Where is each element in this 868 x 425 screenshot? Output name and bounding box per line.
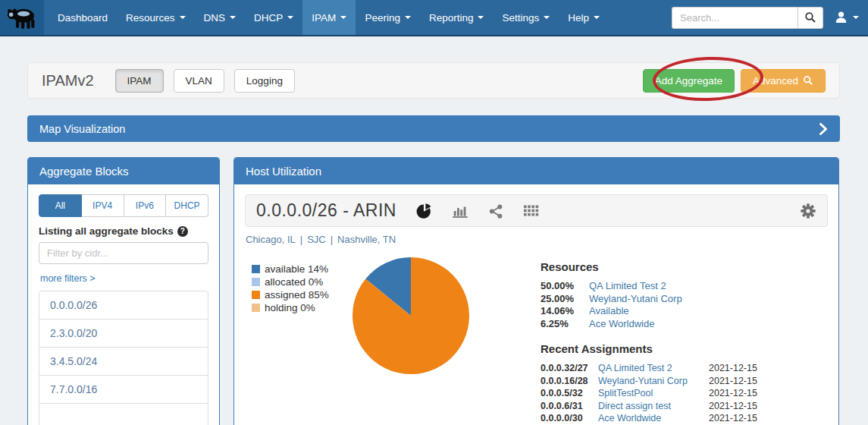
chevron-down-icon bbox=[478, 16, 484, 19]
nav-item[interactable]: Dashboard bbox=[49, 0, 117, 35]
resource-percent: 6.25% bbox=[541, 318, 583, 331]
aggregate-block-item[interactable]: 2.3.0.0/20 bbox=[39, 319, 208, 347]
assignment-row: 0.0.0.0/30 Ace Worldwide 2021-12-15 bbox=[541, 412, 768, 425]
resource-row: 6.25% Ace Worldwide bbox=[541, 318, 768, 331]
location-links: | Chicago, IL | SJC | Nashville, TN bbox=[246, 234, 828, 245]
location-link[interactable]: Nashville, TN bbox=[337, 234, 396, 245]
aggregate-type-tab[interactable]: DHCP bbox=[166, 194, 208, 217]
chevron-down-icon bbox=[230, 16, 236, 19]
add-aggregate-button[interactable]: Add Aggregate bbox=[643, 69, 735, 93]
nav-item[interactable]: Resources bbox=[117, 0, 195, 35]
resource-link[interactable]: Available bbox=[589, 305, 768, 318]
search-input[interactable] bbox=[672, 7, 797, 29]
advanced-search-button[interactable]: Advanced bbox=[741, 69, 826, 93]
nav-item[interactable]: Settings bbox=[493, 0, 559, 35]
resource-link[interactable]: Weyland-Yutani Corp bbox=[589, 293, 768, 306]
nav-item-label: IPAM bbox=[312, 12, 336, 24]
user-icon bbox=[834, 11, 848, 24]
aggregate-type-tab[interactable]: IPv6 bbox=[124, 194, 167, 217]
chevron-down-icon bbox=[340, 16, 346, 19]
chevron-down-icon bbox=[287, 16, 293, 19]
aggregate-type-tab[interactable]: IPV4 bbox=[82, 194, 124, 217]
host-utilization-header: Host Utilization bbox=[234, 158, 838, 184]
settings-gear-button[interactable] bbox=[800, 203, 816, 219]
recent-assignments-title: Recent Assignments bbox=[541, 342, 768, 355]
resource-link[interactable]: Ace Worldwide bbox=[589, 318, 768, 331]
chevron-down-icon bbox=[594, 16, 600, 19]
gear-icon bbox=[800, 203, 816, 219]
assignment-link[interactable]: Ace Worldwide bbox=[598, 412, 704, 425]
location-link[interactable]: SJC bbox=[307, 234, 326, 245]
block-title: 0.0.0.0/26 - ARIN bbox=[256, 200, 396, 221]
recent-assignments-list: 0.0.0.32/27 QA Limited Test 2 2021-12-15… bbox=[541, 362, 768, 425]
assignment-link[interactable]: Direct assign test bbox=[598, 400, 704, 413]
search-icon bbox=[803, 75, 813, 86]
block-subheader: 0.0.0.0/26 - ARIN bbox=[245, 194, 828, 227]
view-button[interactable]: Logging bbox=[234, 69, 295, 93]
assignment-link[interactable]: QA Limited Test 2 bbox=[598, 362, 704, 375]
listing-label-text: Listing all aggregate blocks bbox=[39, 225, 174, 237]
location-item: | Chicago, IL bbox=[246, 234, 296, 245]
aggregate-block-item[interactable]: 3.4.5.0/24 bbox=[39, 347, 208, 375]
more-filters-link[interactable]: more filters > bbox=[40, 273, 96, 284]
nav-item[interactable]: DNS bbox=[195, 0, 246, 35]
assignment-row: 0.0.0.32/27 QA Limited Test 2 2021-12-15 bbox=[541, 362, 768, 375]
legend-label: holding 0% bbox=[265, 301, 315, 314]
assignment-link[interactable]: SplitTestPool bbox=[598, 387, 704, 400]
legend-item: holding 0% bbox=[252, 301, 329, 314]
view-button[interactable]: IPAM bbox=[115, 69, 164, 93]
nav-item-label: Settings bbox=[502, 12, 539, 24]
nav-item[interactable]: Peering bbox=[356, 0, 420, 35]
nav-item-label: Help bbox=[568, 12, 589, 24]
chevron-down-icon bbox=[405, 16, 411, 19]
bar-chart-view-button[interactable] bbox=[452, 203, 468, 219]
legend-swatch bbox=[252, 278, 260, 286]
assignment-date: 2021-12-15 bbox=[709, 375, 768, 388]
pie-legend: available 14% allocated 0% assigned 85% … bbox=[252, 263, 329, 314]
view-button[interactable]: VLAN bbox=[174, 69, 224, 93]
map-visualization-bar[interactable]: Map Visualization bbox=[27, 115, 840, 142]
utilization-pie-chart[interactable] bbox=[351, 256, 471, 376]
nav-item[interactable]: Help bbox=[559, 0, 609, 35]
aggregate-block-item[interactable] bbox=[39, 403, 208, 425]
aggregate-blocks-panel: Aggregate Blocks AllIPV4IPv6DHCP Listing… bbox=[27, 157, 220, 425]
resource-row: 50.00% QA Limited Test 2 bbox=[541, 280, 768, 293]
map-visualization-label: Map Visualization bbox=[39, 123, 125, 135]
view-switcher: IPAMVLANLogging bbox=[115, 69, 305, 93]
resource-percent: 50.00% bbox=[541, 280, 583, 293]
legend-swatch bbox=[252, 291, 260, 299]
nav-item[interactable]: DHCP bbox=[245, 0, 302, 35]
pie-chart bbox=[351, 256, 471, 376]
legend-label: allocated 0% bbox=[265, 275, 323, 288]
share-view-button[interactable] bbox=[488, 203, 503, 219]
nav-item[interactable]: IPAM bbox=[302, 0, 356, 35]
assignment-cidr: 0.0.0.5/32 bbox=[541, 387, 594, 400]
resource-link[interactable]: QA Limited Test 2 bbox=[589, 280, 768, 293]
aggregate-block-item[interactable]: 0.0.0.0/26 bbox=[39, 291, 208, 319]
assignment-link[interactable]: Weyland-Yutani Corp bbox=[598, 375, 704, 388]
aggregate-block-item[interactable]: 7.7.0.0/16 bbox=[39, 375, 208, 403]
location-link[interactable]: Chicago, IL bbox=[246, 234, 296, 245]
nav-item-label: Resources bbox=[126, 12, 175, 24]
nav-item-label: DHCP bbox=[254, 12, 283, 24]
pie-chart-view-button[interactable] bbox=[416, 203, 432, 219]
resource-row: 14.06% Available bbox=[541, 305, 768, 318]
grid-view-button[interactable] bbox=[523, 204, 540, 218]
search-button[interactable] bbox=[797, 7, 823, 29]
resource-row: 25.00% Weyland-Yutani Corp bbox=[541, 293, 768, 306]
chevron-right-icon bbox=[819, 122, 828, 136]
assignment-cidr: 0.0.0.16/28 bbox=[541, 375, 594, 388]
nav-item[interactable]: Reporting bbox=[420, 0, 494, 35]
brand-logo[interactable] bbox=[0, 0, 44, 35]
user-menu[interactable] bbox=[834, 11, 859, 24]
help-icon[interactable]: ? bbox=[177, 226, 188, 237]
aggregate-type-tab[interactable]: All bbox=[39, 194, 82, 217]
utilization-chart-area: available 14% allocated 0% assigned 85% … bbox=[245, 245, 828, 425]
main-nav: Dashboard Resources DNS DHCP IPAM Peerin… bbox=[49, 0, 609, 35]
resources-list: 50.00% QA Limited Test 2 25.00% Weyland-… bbox=[541, 280, 768, 330]
cidr-filter-input[interactable] bbox=[39, 242, 208, 264]
search-group bbox=[672, 7, 823, 29]
listing-label: Listing all aggregate blocks ? bbox=[39, 225, 208, 237]
assignment-row: 0.0.0.16/28 Weyland-Yutani Corp 2021-12-… bbox=[541, 375, 768, 388]
assignment-date: 2021-12-15 bbox=[709, 400, 768, 413]
